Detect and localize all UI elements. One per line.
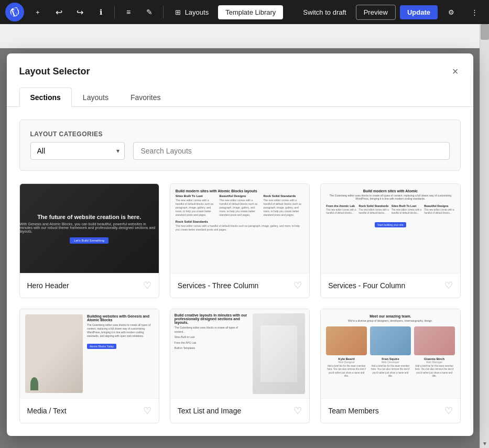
list-view-button[interactable]: ≡	[119, 3, 138, 21]
textlist-item-1: Sites Built to Last	[175, 335, 249, 340]
toolbar-separator-1	[114, 6, 115, 18]
layout-card-media-text[interactable]: Building websites with Genesis and Atomi…	[19, 309, 159, 423]
layout-preview-team: Meet our amazing team. We're a diverse g…	[321, 309, 460, 398]
more-options-button[interactable]: ⋮	[465, 3, 484, 21]
layout-card-services-four-col[interactable]: Build modern sites with Atomic The Guten…	[320, 183, 460, 298]
tab-layouts[interactable]: Layouts	[72, 88, 119, 107]
four-col-col-2: Rock Solid Standards The new editor come…	[359, 204, 389, 215]
layout-card-services-three-col[interactable]: Build modern sites with Atomic Blocks la…	[170, 183, 310, 298]
team-avatar-1	[326, 326, 367, 355]
category-select-wrapper: All Header Footer Content Services Team	[30, 142, 125, 160]
favorite-media-text-button[interactable]: ♡	[143, 405, 151, 417]
scrollbar[interactable]: ▲ ▼	[480, 24, 489, 448]
filter-row: Layout Categories All Header Footer Cont…	[19, 119, 461, 171]
hero-preview-title: The future of website creation is here.	[37, 214, 141, 220]
undo-button[interactable]: ↩	[49, 3, 68, 21]
layout-card-text-list-image[interactable]: Build creative layouts in minutes with o…	[170, 309, 310, 423]
wp-logo[interactable]	[5, 3, 24, 21]
filter-label: Layout Categories	[30, 130, 450, 138]
scrollbar-thumb[interactable]	[481, 24, 489, 40]
layout-name-media-text: Media / Text	[27, 407, 67, 415]
textlist-content: Build creative layouts in minutes with o…	[175, 313, 249, 394]
hero-preview-sub: With Genesis and Atomic Blocks, you can …	[20, 222, 159, 233]
modal-tabs: Sections Layouts Favorites	[7, 79, 473, 107]
layout-name-four-col: Services - Four Column	[328, 281, 405, 290]
four-col-btn: Start building your site	[375, 222, 406, 227]
favorite-hero-header-button[interactable]: ♡	[143, 280, 151, 291]
layout-name-team: Team Members	[328, 407, 378, 415]
layout-card-footer-four-col: Services - Four Column ♡	[321, 273, 460, 298]
modal-title: Layout Selector	[19, 66, 90, 77]
tab-favorites[interactable]: Favorites	[119, 88, 172, 107]
layout-card-team-members[interactable]: Meet our amazing team. We're a diverse g…	[320, 309, 460, 423]
favorite-four-col-button[interactable]: ♡	[444, 280, 453, 291]
team-avatar-2	[370, 326, 411, 355]
layout-name-hero-header: Hero Header	[27, 281, 69, 290]
scroll-down-arrow[interactable]: ▼	[480, 439, 489, 448]
modal-header: Layout Selector ×	[7, 53, 473, 79]
four-col-col-1: From the Atomic Lab The new editor comes…	[326, 204, 356, 215]
settings-button[interactable]: ⚙	[442, 3, 461, 21]
layout-card-footer-three-col: Services - Three Column ♡	[170, 273, 309, 298]
add-icon: +	[36, 8, 40, 16]
edit-icon: ✎	[146, 8, 153, 16]
layout-name-three-col: Services - Three Column	[178, 281, 259, 290]
layout-card-footer-media-text: Media / Text ♡	[20, 398, 159, 423]
info-button[interactable]: ℹ	[91, 3, 110, 21]
four-col-col-4: Beautiful Designs The new editor comes w…	[424, 204, 454, 215]
favorite-text-list-button[interactable]: ♡	[294, 405, 302, 417]
toolbar-right: Switch to draft Preview Update ⚙ ⋮	[298, 3, 484, 21]
layout-preview-media-text: Building websites with Genesis and Atomi…	[20, 309, 159, 398]
three-col-col-2: Beautiful Designs The new editor comes w…	[220, 194, 260, 217]
modal-body: Layout Categories All Header Footer Cont…	[7, 107, 473, 436]
add-button[interactable]: +	[28, 3, 47, 21]
more-icon: ⋮	[471, 8, 478, 16]
layout-card-hero-header[interactable]: The future of website creation is here. …	[19, 183, 159, 298]
search-layouts-input[interactable]	[133, 142, 450, 160]
four-col-col-3: Sites Built To Last The new editor comes…	[392, 204, 422, 215]
hero-preview-btn: Let's Build Something	[70, 237, 108, 244]
three-col-title: Build modern sites with Atomic Blocks la…	[176, 189, 304, 193]
layout-preview-three-col: Build modern sites with Atomic Blocks la…	[170, 184, 309, 273]
preview-button[interactable]: Preview	[356, 5, 396, 20]
layouts-icon: ⊞	[175, 8, 181, 16]
layout-card-footer-hero-header: Hero Header ♡	[20, 273, 159, 298]
layout-selector-modal: Layout Selector × Sections Layouts Favor…	[7, 53, 473, 436]
edit-button[interactable]: ✎	[140, 3, 159, 21]
category-select[interactable]: All Header Footer Content Services Team	[30, 142, 125, 160]
layout-card-footer-text-list: Text List and Image ♡	[170, 398, 309, 423]
redo-icon: ↪	[77, 7, 83, 17]
favorite-team-button[interactable]: ♡	[444, 405, 453, 417]
team-member-2: Fran Squire Web Developer Add a brief bi…	[370, 326, 411, 378]
redo-button[interactable]: ↪	[70, 3, 89, 21]
team-avatar-3	[414, 326, 455, 355]
layout-grid: The future of website creation is here. …	[19, 183, 461, 423]
layout-card-footer-team: Team Members ♡	[321, 398, 460, 423]
layout-preview-text-list: Build creative layouts in minutes with o…	[170, 309, 309, 398]
undo-icon: ↩	[56, 7, 62, 17]
layout-preview-hero-header: The future of website creation is here. …	[20, 184, 159, 273]
switch-to-draft-button[interactable]: Switch to draft	[298, 5, 351, 19]
tab-sections[interactable]: Sections	[19, 88, 72, 107]
textlist-image	[253, 313, 305, 394]
modal-close-button[interactable]: ×	[450, 64, 461, 79]
media-preview-image	[25, 314, 83, 393]
toolbar: + ↩ ↪ ℹ ≡ ✎ ⊞ Layouts Template Library S…	[0, 0, 489, 24]
layouts-tab[interactable]: ⊞ Layouts	[168, 5, 216, 19]
favorite-three-col-button[interactable]: ♡	[294, 280, 302, 291]
toolbar-separator-2	[163, 6, 164, 18]
list-icon: ≡	[126, 8, 131, 16]
team-member-3: Giannis Birch Web Manager Add a brief bi…	[414, 326, 455, 378]
team-members-list: Kyle Beard Web Designer Add a brief bio …	[326, 326, 454, 378]
four-col-header: Build modern sites with Atomic	[326, 189, 454, 193]
update-button[interactable]: Update	[400, 5, 438, 19]
four-col-sub: The Gutenberg editor uses blocks to crea…	[326, 194, 454, 200]
team-member-1: Kyle Beard Web Designer Add a brief bio …	[326, 326, 367, 378]
template-library-tab[interactable]: Template Library	[218, 5, 283, 19]
gear-icon: ⚙	[448, 8, 454, 16]
three-col-col-1: Sites Built To Last The new editor comes…	[176, 194, 216, 217]
textlist-item-2: From the APG Lab	[175, 341, 249, 345]
filter-controls: All Header Footer Content Services Team	[30, 142, 450, 160]
info-icon: ℹ	[100, 8, 102, 16]
layout-preview-four-col: Build modern sites with Atomic The Guten…	[321, 184, 460, 273]
